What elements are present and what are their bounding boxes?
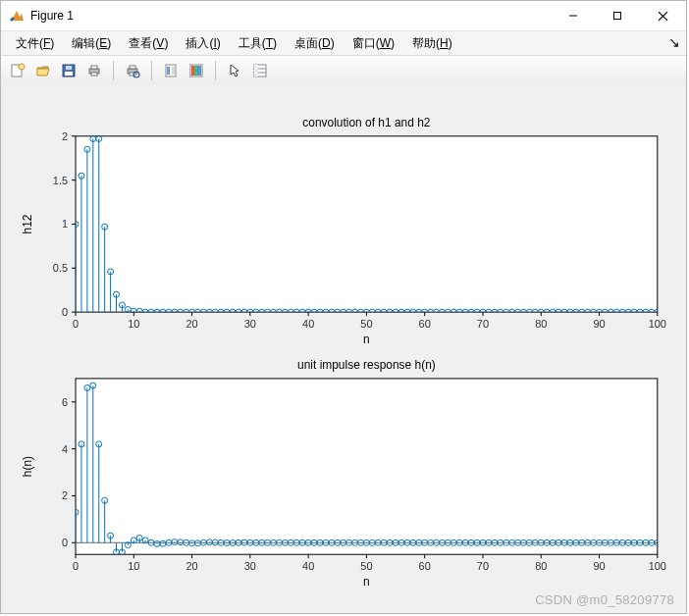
- xlabel-0: n: [363, 333, 370, 346]
- ytick: 2: [62, 130, 68, 142]
- axes-0: [76, 136, 658, 312]
- svg-rect-20: [172, 67, 175, 75]
- window-buttons: [551, 1, 686, 30]
- ytick: 1.5: [53, 175, 68, 186]
- ytick: 0: [62, 306, 68, 318]
- xlabel-1: n: [363, 575, 370, 589]
- toolbar-separator: [151, 61, 152, 80]
- xtick: 40: [302, 318, 314, 330]
- xtick: 80: [535, 318, 547, 330]
- minimize-button[interactable]: [551, 1, 595, 30]
- xtick: 100: [649, 560, 666, 572]
- ytick: 1: [62, 218, 68, 230]
- menu-h[interactable]: 帮助(H): [403, 33, 461, 54]
- menu-v[interactable]: 查看(V): [120, 33, 177, 54]
- svg-rect-24: [197, 66, 201, 76]
- xtick: 90: [593, 560, 605, 572]
- ytick: 2: [62, 489, 68, 501]
- print-icon[interactable]: [83, 60, 105, 81]
- axes-title-1: unit impulse response h(n): [297, 358, 436, 372]
- xtick: 30: [244, 318, 256, 330]
- xtick: 80: [535, 560, 547, 572]
- svg-point-7: [19, 64, 25, 70]
- axes-1: [76, 379, 658, 554]
- menu-w[interactable]: 窗口(W): [344, 33, 403, 54]
- xtick: 0: [73, 318, 79, 330]
- svg-rect-9: [65, 72, 73, 76]
- xtick: 10: [128, 318, 139, 330]
- xtick: 50: [360, 560, 372, 572]
- ytick: 6: [62, 396, 68, 408]
- toolbar-separator: [215, 61, 216, 80]
- figure-svg: convolution of h1 and h20102030405060708…: [1, 85, 686, 613]
- xtick: 90: [593, 318, 605, 330]
- menu-i[interactable]: 插入(I): [177, 33, 229, 54]
- watermark-text: CSDN @m0_58209778: [535, 592, 674, 607]
- xtick: 70: [477, 560, 489, 572]
- svg-rect-23: [194, 66, 197, 76]
- menu-e[interactable]: 编辑(E): [63, 33, 120, 54]
- link-icon[interactable]: [160, 60, 182, 81]
- dock-arrow-icon[interactable]: ↘: [668, 34, 680, 50]
- matlab-figure-icon: [9, 8, 25, 24]
- colorbar-icon[interactable]: [186, 60, 207, 81]
- menu-f[interactable]: 文件(F): [7, 33, 63, 54]
- xtick: 20: [186, 318, 197, 330]
- menu-d[interactable]: 桌面(D): [286, 33, 344, 54]
- ytick: 4: [62, 443, 68, 455]
- xtick: 10: [128, 560, 139, 572]
- ylabel-0: h12: [21, 214, 34, 233]
- toolbar-separator: [113, 61, 114, 80]
- xtick: 0: [73, 560, 79, 572]
- svg-rect-19: [167, 67, 170, 75]
- svg-rect-22: [191, 66, 194, 76]
- ytick: 0: [62, 537, 68, 548]
- pointer-icon[interactable]: [224, 60, 245, 81]
- figure-window: Figure 1 文件(F)编辑(E)查看(V)插入(I)工具(T)桌面(D)窗…: [0, 0, 687, 614]
- xtick: 20: [186, 560, 197, 572]
- property-editor-icon[interactable]: [249, 60, 271, 81]
- window-title: Figure 1: [30, 9, 551, 23]
- svg-rect-15: [130, 66, 135, 69]
- ylabel-1: h(n): [21, 456, 34, 477]
- ytick: 0.5: [53, 262, 68, 274]
- open-icon[interactable]: [32, 60, 54, 81]
- xtick: 30: [244, 560, 256, 572]
- figure-canvas: convolution of h1 and h20102030405060708…: [1, 85, 686, 613]
- xtick: 40: [302, 560, 314, 572]
- toolbar: [1, 56, 686, 86]
- xtick: 100: [649, 318, 666, 330]
- xtick: 50: [360, 318, 372, 330]
- new-figure-icon[interactable]: [7, 60, 28, 81]
- svg-rect-12: [91, 66, 97, 69]
- axes-title-0: convolution of h1 and h2: [302, 116, 430, 129]
- svg-rect-2: [613, 13, 620, 20]
- titlebar: Figure 1: [1, 1, 686, 31]
- maximize-button[interactable]: [595, 1, 639, 30]
- xtick: 60: [419, 560, 431, 572]
- xtick: 60: [419, 318, 431, 330]
- save-icon[interactable]: [58, 60, 80, 81]
- svg-rect-28: [254, 65, 258, 77]
- print-preview-icon[interactable]: [122, 60, 143, 81]
- svg-rect-10: [66, 66, 72, 70]
- svg-rect-13: [91, 73, 97, 76]
- menu-t[interactable]: 工具(T): [230, 33, 286, 54]
- menubar: 文件(F)编辑(E)查看(V)插入(I)工具(T)桌面(D)窗口(W)帮助(H)…: [1, 31, 686, 56]
- close-button[interactable]: [639, 1, 686, 30]
- xtick: 70: [477, 318, 489, 330]
